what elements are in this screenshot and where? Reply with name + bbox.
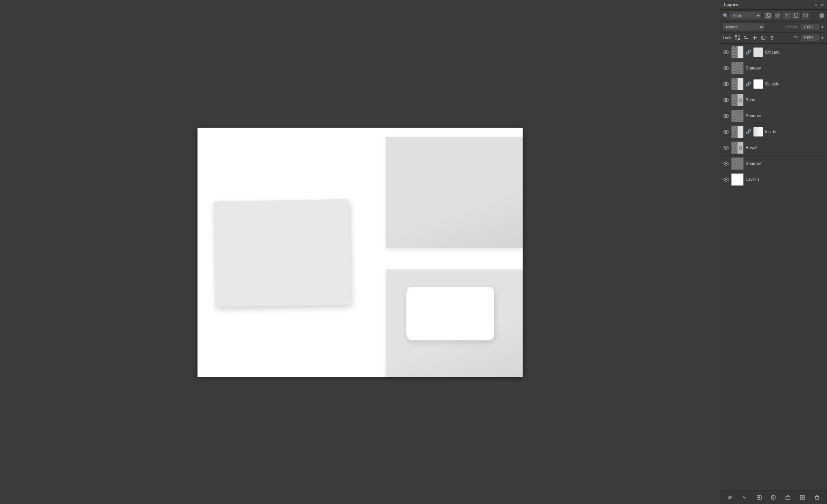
layer-item[interactable]: Shadow — [720, 60, 827, 76]
layer-thumbnail — [731, 110, 744, 122]
lock-label: Lock: — [723, 36, 732, 40]
layer-thumbnail — [731, 141, 744, 154]
svg-point-30 — [725, 163, 727, 164]
layer-name: Shadow — [746, 161, 824, 166]
svg-point-32 — [725, 178, 727, 180]
layer-name: Base2 — [746, 145, 824, 150]
layer-item[interactable]: 🔗 Giftcard — [720, 44, 827, 60]
link-icon: 🔗 — [746, 129, 751, 134]
search-icon[interactable]: 🔍 — [723, 13, 728, 18]
lock-icons — [734, 34, 775, 41]
layer-item[interactable]: Layer 1 — [720, 172, 827, 187]
opacity-label: Opacity: — [785, 25, 799, 29]
svg-rect-38 — [786, 496, 790, 500]
layer-thumbnail — [731, 126, 744, 138]
layer-name: Shadow — [746, 66, 824, 71]
right-bottom-panel — [386, 269, 523, 377]
layer-thumbnail — [731, 173, 744, 186]
svg-point-18 — [725, 83, 727, 85]
svg-rect-28 — [739, 147, 742, 150]
fx-button[interactable]: fx — [740, 493, 749, 502]
layer-name: Giftcard — [765, 50, 824, 55]
lock-row: Lock: Fill: 100% ▼ — [720, 33, 827, 43]
delete-layer-button[interactable] — [812, 493, 821, 502]
svg-rect-3 — [794, 14, 798, 17]
layer-item[interactable]: Shadow — [720, 156, 827, 172]
filter-image-icon[interactable] — [764, 12, 772, 19]
adjustment-button[interactable] — [769, 493, 778, 502]
giftcard-white — [406, 287, 494, 340]
link-layers-button[interactable] — [726, 493, 735, 502]
lock-artboard-icon[interactable] — [760, 34, 767, 41]
filter-adjust-icon[interactable] — [774, 12, 781, 19]
collapse-icon[interactable]: « — [815, 2, 817, 7]
svg-rect-7 — [735, 38, 737, 40]
layer-item[interactable]: Base — [720, 92, 827, 108]
link-icon: 🔗 — [746, 49, 751, 55]
visibility-toggle[interactable] — [723, 113, 729, 119]
fill-label: Fill: — [793, 36, 799, 40]
mode-row: Normal Opacity: 100% ▼ — [720, 22, 827, 33]
svg-rect-6 — [738, 35, 740, 37]
kind-filter-select[interactable]: Kind — [730, 12, 761, 19]
svg-point-37 — [772, 496, 774, 498]
opacity-value[interactable]: 100% — [801, 24, 819, 30]
new-group-button[interactable] — [783, 493, 792, 502]
lock-all-icon[interactable] — [769, 34, 775, 41]
visibility-toggle[interactable] — [723, 65, 729, 71]
layer-item[interactable]: 🔗 Outside — [720, 76, 827, 92]
blend-mode-select[interactable]: Normal — [723, 24, 764, 30]
visibility-toggle[interactable] — [723, 176, 729, 183]
opacity-chevron[interactable]: ▼ — [821, 25, 824, 29]
visibility-toggle[interactable] — [723, 161, 729, 167]
layer-item[interactable]: 🔗 Inside — [720, 124, 827, 140]
lock-transparent-icon[interactable] — [734, 34, 741, 41]
svg-point-23 — [725, 115, 727, 117]
menu-icon[interactable]: ≡ — [821, 2, 824, 7]
layer-item[interactable]: Shadow — [720, 108, 827, 124]
fill-value[interactable]: 100% — [801, 35, 819, 41]
layer-item[interactable]: Base2 — [720, 140, 827, 156]
svg-rect-0 — [766, 13, 770, 18]
svg-rect-12 — [771, 37, 773, 39]
svg-point-1 — [767, 15, 768, 16]
layers-bottom-toolbar: fx — [720, 491, 827, 504]
mask-thumbnail — [753, 47, 763, 57]
layer-name: Base — [746, 98, 824, 102]
panel-title-icons: « ≡ — [815, 2, 824, 7]
add-mask-button[interactable] — [755, 493, 764, 502]
visibility-toggle[interactable] — [723, 129, 729, 135]
filter-shape-icon[interactable] — [792, 12, 800, 19]
visibility-toggle[interactable] — [723, 81, 729, 87]
svg-point-20 — [725, 99, 727, 101]
fill-chevron[interactable]: ▼ — [821, 36, 824, 40]
layer-name: Inside — [765, 129, 824, 134]
layer-name: Outside — [765, 82, 824, 86]
filter-smart-icon[interactable] — [802, 12, 809, 19]
svg-point-10 — [754, 37, 755, 38]
lock-image-icon[interactable] — [743, 34, 750, 41]
filter-text-icon[interactable]: T — [783, 12, 791, 19]
layers-list: 🔗 Giftcard Shadow 🔗 Outside — [720, 44, 827, 491]
svg-rect-5 — [735, 35, 737, 37]
visibility-toggle[interactable] — [723, 49, 729, 55]
layer-name: Shadow — [746, 113, 824, 118]
mask-thumbnail — [753, 79, 763, 89]
svg-point-35 — [758, 496, 760, 498]
svg-rect-8 — [738, 38, 740, 40]
panel-header: Layers « ≡ 🔍 Kind T — [720, 0, 827, 44]
layers-panel: Layers « ≡ 🔍 Kind T — [720, 0, 827, 504]
visibility-toggle[interactable] — [723, 145, 729, 151]
artboard — [197, 128, 523, 377]
svg-point-27 — [725, 147, 727, 148]
filter-icon-group: T — [764, 12, 809, 19]
filter-toggle-circle[interactable] — [819, 13, 824, 18]
lock-position-icon[interactable] — [751, 34, 758, 41]
svg-point-16 — [725, 67, 727, 69]
postit-note — [213, 199, 350, 307]
svg-rect-21 — [739, 100, 742, 102]
visibility-toggle[interactable] — [723, 97, 729, 103]
svg-point-14 — [725, 51, 727, 53]
layer-thumbnail — [731, 94, 744, 106]
new-layer-button[interactable] — [798, 493, 807, 502]
